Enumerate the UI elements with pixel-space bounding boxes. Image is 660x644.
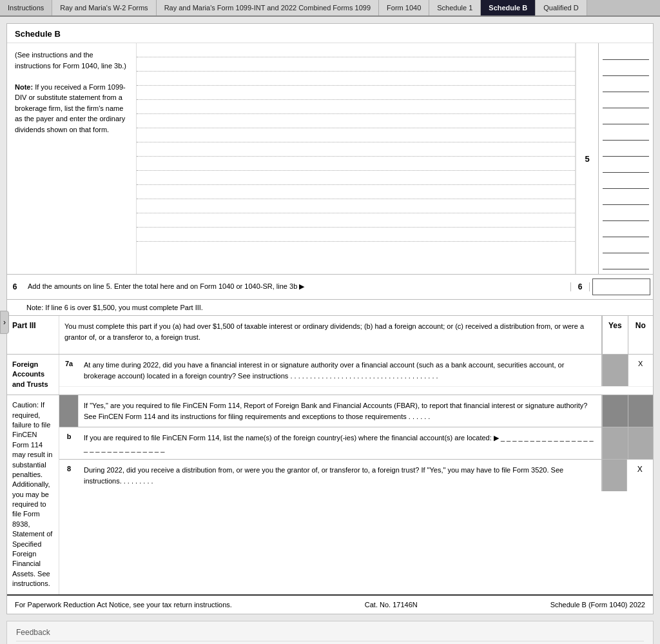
question-7a-row: 7a At any time during 2022, did you have… — [59, 355, 653, 387]
sidebar-toggle[interactable]: › — [0, 311, 9, 334]
instructions-text-p1: (See instructions and the instructions f… — [15, 50, 128, 71]
caution-left: Caution: If required, failure to file Fi… — [7, 395, 59, 594]
yes-header: Yes — [602, 316, 628, 354]
dotted-line-4 — [137, 86, 575, 100]
right-line-4 — [603, 94, 649, 108]
fbar-row: If "Yes," are you required to file FinCE… — [59, 395, 653, 427]
right-line-14 — [603, 255, 649, 269]
row-6-input[interactable] — [592, 278, 650, 295]
q7a-text: At any time during 2022, did you have a … — [79, 355, 601, 386]
note-row-text: Note: If line 6 is over $1,500, you must… — [26, 304, 203, 311]
right-line-7 — [603, 142, 649, 157]
no-header: No — [628, 316, 654, 354]
q8-yes-cell — [602, 460, 626, 491]
right-line-10 — [603, 191, 649, 205]
right-line-1 — [603, 46, 649, 60]
tab-schedule-b[interactable]: Schedule B — [481, 0, 536, 15]
dotted-line-5 — [137, 100, 575, 114]
note-label: Note: — [15, 83, 33, 91]
qb-row: b If you are required to file FinCEN For… — [59, 427, 653, 460]
yes-no-header: Yes No — [601, 316, 653, 354]
form-top-area: (See instructions and the instructions f… — [7, 43, 653, 274]
note-text: Note: If you received a Form 1099-DIV or… — [15, 82, 128, 135]
right-line-8 — [603, 159, 649, 173]
feedback-title: Feedback — [16, 628, 644, 641]
dotted-line-9 — [137, 157, 575, 171]
footer-right: Schedule B (Form 1040) 2022 — [550, 601, 645, 609]
main-content: Schedule B (See instructions and the ins… — [0, 17, 660, 644]
qb-no-cell — [628, 427, 654, 459]
feedback-card: Feedback Check My Work Partially correct — [6, 621, 654, 644]
qb-num: b — [59, 427, 79, 459]
form-footer: For Paperwork Reduction Act Notice, see … — [7, 594, 653, 614]
right-col: 5 — [576, 43, 653, 274]
tab-1040[interactable]: Form 1040 — [379, 0, 429, 15]
fbar-num-spacer — [59, 395, 79, 427]
q8-text: During 2022, did you receive a distribut… — [79, 460, 601, 491]
row-6-area: 6 Add the amounts on line 5. Enter the t… — [7, 274, 653, 300]
caution-label: Caution: — [12, 401, 39, 409]
right-line-9 — [603, 175, 649, 189]
caution-content: If "Yes," are you required to file FinCE… — [59, 395, 653, 594]
foreign-label-line2: Accounts — [12, 370, 44, 378]
line5-label: 5 — [576, 43, 599, 274]
part-iii-text: You must complete this part if you (a) h… — [59, 316, 601, 354]
tab-schedule1[interactable]: Schedule 1 — [429, 0, 481, 15]
dotted-line-10 — [137, 171, 575, 185]
row-6-text: Add the amounts on line 5. Enter the tot… — [23, 278, 570, 295]
schedule-b-card: Schedule B (See instructions and the ins… — [6, 23, 654, 614]
q7a-no-value: X — [638, 360, 643, 367]
row-6-label-num: 6 — [570, 282, 590, 291]
tab-w2[interactable]: Ray and Maria's W-2 Forms — [52, 0, 156, 15]
fbar-yes-no — [601, 395, 653, 427]
q7a-no-cell: X — [628, 355, 654, 386]
dotted-line-8 — [137, 142, 575, 157]
part-iii-header: Part III You must complete this part if … — [7, 316, 653, 355]
right-line-13 — [603, 239, 649, 253]
dotted-line-6 — [137, 114, 575, 128]
right-line-2 — [603, 62, 649, 76]
q8-yes-no: X — [601, 460, 653, 491]
foreign-label: Foreign Accounts and Trusts — [7, 355, 59, 395]
fbar-text: If "Yes," are you required to file FinCE… — [79, 395, 601, 427]
q8-no-value: X — [637, 465, 643, 474]
qb-yes-no — [601, 427, 653, 459]
dotted-line-14 — [137, 228, 575, 242]
footer-left: For Paperwork Reduction Act Notice, see … — [15, 601, 232, 609]
left-instructions: (See instructions and the instructions f… — [7, 43, 136, 274]
q7a-num: 7a — [59, 355, 79, 386]
dotted-line-12 — [137, 199, 575, 213]
qb-yes-cell — [602, 427, 628, 459]
tab-qualified-d[interactable]: Qualified D — [536, 0, 587, 15]
foreign-label-line3: and Trusts — [12, 380, 48, 388]
dotted-line-11 — [137, 185, 575, 199]
tab-1099[interactable]: Ray and Maria's Form 1099-INT and 2022 C… — [157, 0, 379, 15]
footer-cat: Cat. No. 17146N — [365, 601, 418, 609]
caution-section: Caution: If required, failure to file Fi… — [7, 395, 653, 594]
foreign-accounts-section: Foreign Accounts and Trusts 7a At any ti… — [7, 355, 653, 395]
right-line-12 — [603, 223, 649, 237]
right-line-6 — [603, 126, 649, 141]
center-dotted-lines — [136, 43, 576, 274]
dotted-line-7 — [137, 128, 575, 142]
right-line-5 — [603, 110, 649, 124]
q7a-yes-cell — [602, 355, 628, 386]
fbar-yes-cell — [602, 395, 628, 427]
row-6-num: 6 — [7, 282, 23, 291]
dotted-line-1 — [137, 43, 575, 57]
tab-bar: Instructions Ray and Maria's W-2 Forms R… — [0, 0, 660, 17]
part-iii-label: Part III — [7, 316, 59, 354]
dotted-line-3 — [137, 72, 575, 86]
q7a-yes-no: X — [601, 355, 653, 386]
tab-instructions[interactable]: Instructions — [0, 0, 52, 15]
q8-no-cell: X — [626, 460, 654, 491]
q8-num: 8 — [59, 460, 79, 491]
schedule-b-title: Schedule B — [7, 24, 653, 43]
chevron-right-icon: › — [3, 318, 6, 327]
dotted-line-13 — [137, 213, 575, 228]
foreign-label-line1: Foreign — [12, 360, 38, 368]
caution-text: If required, failure to file FinCEN Form… — [12, 401, 52, 587]
qb-text: If you are required to file FinCEN Form … — [79, 427, 601, 459]
fbar-no-cell — [628, 395, 654, 427]
right-line-3 — [603, 78, 649, 92]
